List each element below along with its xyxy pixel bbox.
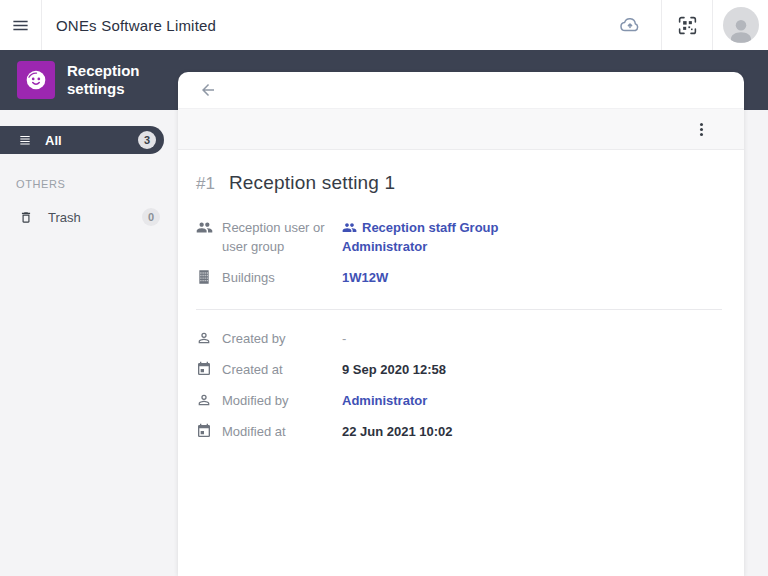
modified-by-link[interactable]: Administrator (342, 391, 722, 410)
field-label: Created by (222, 329, 342, 348)
calendar-icon (196, 360, 222, 377)
detail-card: #1 Reception setting 1 Reception user or… (178, 72, 744, 576)
avatar (723, 7, 759, 43)
meta-row-modified-by: Modified by Administrator (196, 391, 722, 410)
field-value: - (342, 329, 722, 348)
calendar-icon (196, 422, 222, 439)
field-label: Created at (222, 360, 342, 379)
sidebar-section-label: OTHERS (16, 178, 178, 190)
reception-face-icon (23, 67, 49, 93)
meta-row-created-by: Created by - (196, 329, 722, 348)
people-group-icon (342, 220, 357, 235)
hamburger-menu-icon (11, 16, 30, 35)
back-button[interactable] (199, 81, 217, 99)
card-header (178, 72, 744, 108)
sidebar: All 3 OTHERS Trash 0 (0, 110, 178, 576)
field-label: Buildings (222, 268, 342, 287)
field-label: Modified at (222, 422, 342, 441)
record-detail: #1 Reception setting 1 Reception user or… (178, 150, 744, 441)
section-divider (196, 309, 722, 310)
record-number: #1 (196, 174, 215, 194)
hamburger-menu-button[interactable] (0, 0, 42, 50)
field-row-reception-user: Reception user or user group Reception s… (196, 218, 722, 256)
record-toolbar (178, 108, 744, 150)
person-icon (196, 329, 222, 346)
sidebar-item-label: All (45, 133, 62, 148)
top-app-bar: ONEs Software Limited (0, 0, 768, 50)
field-value: 22 Jun 2021 10:02 (342, 422, 722, 441)
meta-row-created-at: Created at 9 Sep 2020 12:58 (196, 360, 722, 379)
field-value: 9 Sep 2020 12:58 (342, 360, 722, 379)
trash-icon (19, 210, 33, 225)
topbar-actions (598, 0, 768, 50)
field-row-buildings: Buildings 1W12W (196, 268, 722, 287)
arrow-left-icon (199, 81, 217, 99)
list-lines-icon (18, 133, 32, 147)
person-icon (196, 391, 222, 408)
module-title: Reception settings (67, 62, 159, 98)
meta-row-modified-at: Modified at 22 Jun 2021 10:02 (196, 422, 722, 441)
count-badge: 3 (138, 131, 156, 149)
cloud-upload-button[interactable] (598, 0, 661, 50)
cloud-upload-icon (618, 13, 642, 37)
people-group-icon (196, 218, 222, 236)
kebab-menu-button[interactable] (696, 119, 707, 140)
field-value: Reception staff Group Administrator (342, 220, 499, 254)
field-label: Modified by (222, 391, 342, 410)
company-title: ONEs Software Limited (56, 17, 216, 34)
reception-module-tile (17, 61, 55, 99)
building-link[interactable]: 1W12W (342, 268, 722, 287)
sidebar-item-trash[interactable]: Trash 0 (0, 205, 178, 229)
record-title-row: #1 Reception setting 1 (196, 172, 722, 194)
page-title: Reception setting 1 (229, 172, 395, 194)
count-badge: 0 (142, 208, 160, 226)
reception-group-link[interactable]: Reception staff Group Administrator (342, 218, 520, 256)
sidebar-item-all[interactable]: All 3 (0, 126, 164, 154)
qr-scan-icon (677, 15, 698, 36)
kebab-menu-icon (700, 123, 703, 126)
qr-scan-button[interactable] (662, 0, 712, 50)
user-menu-button[interactable] (713, 0, 768, 50)
sidebar-item-label: Trash (48, 210, 81, 225)
field-label: Reception user or user group (222, 218, 342, 256)
building-icon (196, 268, 222, 285)
